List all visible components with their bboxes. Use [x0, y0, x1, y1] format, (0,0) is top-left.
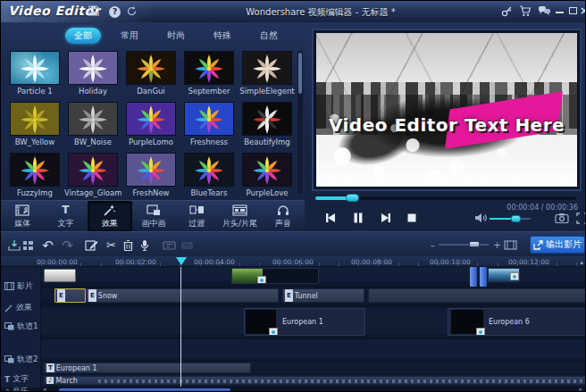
effect-thumbnail-purplelomo[interactable]: PurpleLomo — [122, 102, 180, 149]
video-track[interactable] — [41, 267, 586, 285]
nav-text[interactable]: T 文字 — [44, 201, 87, 231]
effect-thumbnail-freshness[interactable]: Freshness — [180, 102, 238, 149]
edit-clip-button[interactable] — [84, 238, 99, 253]
tab-nature[interactable]: 自然 — [251, 28, 287, 44]
tab-common[interactable]: 常用 — [112, 28, 147, 44]
effect-thumbnail-bw-noise[interactable]: BW_Noise — [64, 102, 121, 149]
zoom-slider-handle[interactable] — [469, 241, 480, 247]
effects-scrollbar[interactable] — [297, 51, 303, 194]
fullscreen-button[interactable] — [571, 208, 586, 228]
nav-sound[interactable]: 声音 — [262, 201, 305, 231]
scrollbar-thumb[interactable] — [298, 53, 302, 94]
pip-track-2[interactable] — [41, 339, 586, 360]
next-frame-button[interactable] — [374, 208, 396, 228]
timeline-horizontal-scrollbar[interactable]: ◂ ▸ — [41, 388, 584, 392]
effect-thumbnail-beautifyimg[interactable]: BeautifyImg — [239, 102, 296, 149]
clip-video-4[interactable] — [488, 268, 520, 282]
hscroll-thumb[interactable] — [59, 388, 230, 391]
clip-text-european-1[interactable]: TEuropean 1 — [44, 363, 251, 373]
effect-thumbnail-dangui[interactable]: DanGui — [122, 51, 180, 98]
register-key-icon[interactable] — [501, 5, 515, 19]
mark-in-icon[interactable] — [162, 238, 177, 253]
scroll-left-icon[interactable]: ◂ — [43, 386, 46, 392]
delete-button[interactable] — [121, 238, 136, 253]
nav-effects[interactable]: 效果 — [88, 201, 132, 231]
shop-cart-icon[interactable] — [519, 5, 532, 19]
help-icon[interactable]: ? — [108, 5, 121, 19]
clip-effect-ampl[interactable]: EAmPl... — [54, 288, 86, 303]
redo-button[interactable]: ↷ — [60, 238, 75, 253]
video-preview[interactable]: Video Editor Text Here — [312, 29, 582, 191]
refresh-arrow-icon — [126, 5, 138, 17]
volume-icon[interactable] — [470, 208, 491, 228]
view-mode-icon[interactable] — [21, 238, 36, 253]
effect-thumbnail-freshnew[interactable]: FreshNew — [122, 153, 180, 200]
snapshot-button[interactable] — [551, 208, 573, 228]
tab-all[interactable]: 全部 — [65, 28, 101, 44]
clip-effect-snow[interactable]: ESnow — [86, 288, 279, 303]
clip-effect-unnamed[interactable] — [368, 288, 586, 303]
effect-preview-art — [242, 51, 292, 85]
seek-bar[interactable] — [315, 196, 576, 200]
volume-slider[interactable] — [490, 218, 531, 220]
clip-effect-tunnel[interactable]: ETunnel — [282, 288, 364, 303]
clip-pip-european-6[interactable]: European 6 — [448, 308, 586, 336]
nav-media[interactable]: 媒体 — [1, 201, 44, 231]
mark-out-icon[interactable] — [180, 238, 195, 253]
music-track[interactable]: ♪March — [41, 375, 586, 386]
export-movie-button[interactable]: 输出影片 — [530, 236, 585, 254]
effect-thumbnail-bw-yellow[interactable]: BW_Yellow — [6, 102, 63, 149]
track-header-text[interactable]: T 文字 — [4, 373, 29, 385]
nav-transition[interactable]: 过渡 — [175, 201, 218, 231]
feedback-chat-icon[interactable] — [538, 5, 551, 19]
playhead-handle[interactable] — [176, 257, 187, 265]
close-button[interactable]: × — [580, 4, 586, 17]
effect-thumbnail-vintage-gloam-[interactable]: Vintage_Gloam... — [64, 153, 121, 200]
import-media-icon[interactable] — [6, 238, 21, 253]
tab-fashion[interactable]: 时尚 — [158, 28, 194, 44]
clip-pip-european-1[interactable]: European 1 — [244, 308, 365, 336]
nav-pip[interactable]: 画中画 — [132, 201, 175, 231]
track-header-video[interactable]: 影片 — [4, 280, 33, 292]
stop-button[interactable] — [401, 208, 423, 228]
pause-button[interactable] — [347, 208, 369, 228]
effect-thumbnail-holiday[interactable]: Holiday — [64, 51, 121, 98]
clip-video-1[interactable] — [231, 268, 319, 284]
photo-badge-icon — [510, 272, 519, 280]
effect-thumbnail-particle-1[interactable]: Particle 1 — [6, 51, 63, 98]
split-scissors-button[interactable]: ✂ — [104, 238, 119, 253]
nav-credits[interactable]: 片头/片尾 — [218, 201, 261, 231]
previous-frame-button[interactable] — [321, 208, 342, 228]
clip-video-2[interactable] — [470, 267, 477, 287]
ruler-scroll-up-icon[interactable]: ▴ — [580, 258, 583, 266]
effect-thumbnail-september[interactable]: September — [180, 51, 238, 98]
scroll-right-icon[interactable]: ▸ — [579, 386, 582, 392]
track-header-track2[interactable]: 轨道2 — [4, 354, 38, 365]
clip-title-intro[interactable] — [44, 269, 76, 282]
effect-thumbnail-bluetears[interactable]: BlueTears — [180, 153, 238, 200]
timeline-zoom-slider[interactable] — [439, 244, 489, 246]
fit-timeline-icon[interactable] — [503, 238, 518, 253]
track-header-effects[interactable]: 效果 — [4, 302, 32, 313]
effects-track[interactable]: EAmPl... ESnow ETunnel — [41, 288, 586, 304]
maximize-button[interactable] — [569, 7, 577, 14]
record-voiceover-button[interactable] — [137, 238, 152, 253]
save-icon[interactable] — [88, 5, 102, 19]
photo-badge-icon — [257, 276, 266, 284]
effect-thumbnail-simpleelegent[interactable]: SimpleElegent — [239, 51, 296, 98]
effect-thumbnail-fuzzyimg[interactable]: FuzzyImg — [6, 153, 63, 200]
clip-video-3[interactable] — [480, 267, 487, 287]
minimize-button[interactable] — [556, 12, 564, 13]
undo-button[interactable]: ↶ — [40, 238, 55, 253]
clip-music-march[interactable]: ♪March — [44, 376, 586, 385]
timeline-ruler[interactable]: ▴ 00:00:00:0000:00:02:0000:00:04:0000:00… — [1, 256, 586, 267]
volume-handle[interactable] — [511, 215, 521, 222]
seek-handle[interactable] — [346, 194, 359, 202]
effect-thumbnail-purplelove[interactable]: PurpleLove — [239, 153, 296, 200]
text-track[interactable]: TEuropean 1 — [41, 362, 586, 374]
tab-special[interactable]: 特殊 — [205, 28, 240, 44]
track-header-music[interactable]: ♪ 音乐 — [4, 386, 29, 392]
track-header-track1[interactable]: 轨道1 — [4, 321, 38, 332]
sync-icon[interactable] — [126, 5, 139, 19]
pip-track-1[interactable]: European 1 European 6 — [41, 307, 586, 337]
